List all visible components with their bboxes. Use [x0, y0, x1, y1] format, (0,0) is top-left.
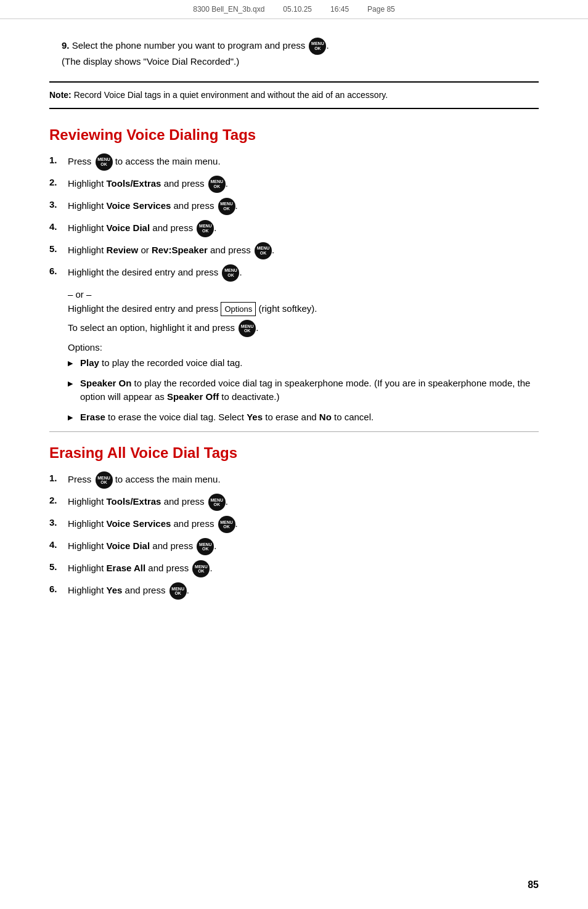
- header-page: Page 85: [367, 5, 395, 14]
- section-divider: [49, 431, 539, 432]
- page-container: 8300 Bell_EN_3b.qxd 05.10.25 16:45 Page …: [0, 0, 588, 909]
- erasing-heading: Erasing All Voice Dial Tags: [49, 444, 539, 462]
- options-button: Options: [221, 302, 256, 317]
- reviewing-step-6: 6. Highlight the desired entry and press…: [49, 264, 539, 282]
- menu-icon-r4: MENUOK: [197, 220, 214, 237]
- erasing-step-6: 6. Highlight Yes and press MENUOK .: [49, 582, 539, 600]
- erasing-step-2: 2. Highlight Tools/Extras and press MENU…: [49, 494, 539, 511]
- menu-icon-or: MENUOK: [239, 320, 256, 337]
- erasing-step-3: 3. Highlight Voice Services and press ME…: [49, 516, 539, 533]
- erasing-step-4: 4. Highlight Voice Dial and press MENUOK…: [49, 538, 539, 555]
- note-label: Note:: [49, 90, 71, 100]
- bullet-erase: Erase to erase the voice dial tag. Selec…: [68, 410, 539, 425]
- options-label: Options:: [68, 342, 539, 353]
- menu-icon-e5: MENUOK: [192, 560, 210, 577]
- header-bar: 8300 Bell_EN_3b.qxd 05.10.25 16:45 Page …: [0, 0, 588, 19]
- menu-icon-step9: MENUOK: [309, 38, 326, 55]
- reviewing-step-4: 4. Highlight Voice Dial and press MENUOK…: [49, 220, 539, 237]
- menu-icon-e3: MENUOK: [218, 516, 235, 533]
- note-box: Note: Record Voice Dial tags in a quiet …: [49, 81, 539, 109]
- note-text: Record Voice Dial tags in a quiet enviro…: [74, 90, 388, 100]
- options-bullets: Play to play the recorded voice dial tag…: [49, 356, 539, 424]
- menu-icon-r3: MENUOK: [218, 198, 235, 215]
- reviewing-step-5: 5. Highlight Review or Rev:Speaker and p…: [49, 242, 539, 259]
- or-text-line2: To select an option, highlight it and pr…: [68, 320, 539, 337]
- erasing-steps-list: 1. Press MENUOK to access the main menu.…: [49, 471, 539, 600]
- step-nine: 9. Select the phone number you want to p…: [49, 38, 539, 69]
- menu-icon-r6: MENUOK: [222, 264, 239, 282]
- page-number: 85: [528, 879, 539, 891]
- step-nine-number: 9.: [62, 40, 70, 51]
- menu-icon-e4: MENUOK: [197, 538, 214, 555]
- step-nine-period: .: [326, 40, 329, 51]
- reviewing-step-3: 3. Highlight Voice Services and press ME…: [49, 198, 539, 215]
- erasing-step-5: 5. Highlight Erase All and press MENUOK …: [49, 560, 539, 577]
- bullet-play: Play to play the recorded voice dial tag…: [68, 356, 539, 370]
- menu-icon-e2: MENUOK: [208, 494, 226, 511]
- header-filename: 8300 Bell_EN_3b.qxd: [193, 5, 264, 14]
- bullet-speaker-on: Speaker On to play the recorded voice di…: [68, 377, 539, 404]
- or-text-line1: Highlight the desired entry and press Op…: [68, 302, 539, 317]
- reviewing-steps-list: 1. Press MENUOK to access the main menu.…: [49, 153, 539, 282]
- step-nine-text: Select the phone number you want to prog…: [72, 40, 308, 51]
- step-nine-sub: (The display shows "Voice Dial Recorded"…: [62, 56, 239, 67]
- or-divider: – or –: [68, 289, 539, 300]
- reviewing-step-2: 2. Highlight Tools/Extras and press MENU…: [49, 176, 539, 193]
- menu-icon-r2: MENUOK: [208, 176, 226, 193]
- menu-icon-r1: MENUOK: [96, 153, 113, 171]
- menu-icon-e1: MENUOK: [96, 471, 113, 489]
- erasing-step-1: 1. Press MENUOK to access the main menu.: [49, 471, 539, 489]
- header-time: 16:45: [330, 5, 349, 14]
- header-date: 05.10.25: [283, 5, 312, 14]
- menu-icon-r5: MENUOK: [255, 242, 272, 259]
- menu-icon-e6: MENUOK: [169, 582, 187, 600]
- reviewing-heading: Reviewing Voice Dialing Tags: [49, 126, 539, 144]
- main-content: 9. Select the phone number you want to p…: [0, 19, 588, 644]
- reviewing-step-1: 1. Press MENUOK to access the main menu.: [49, 153, 539, 171]
